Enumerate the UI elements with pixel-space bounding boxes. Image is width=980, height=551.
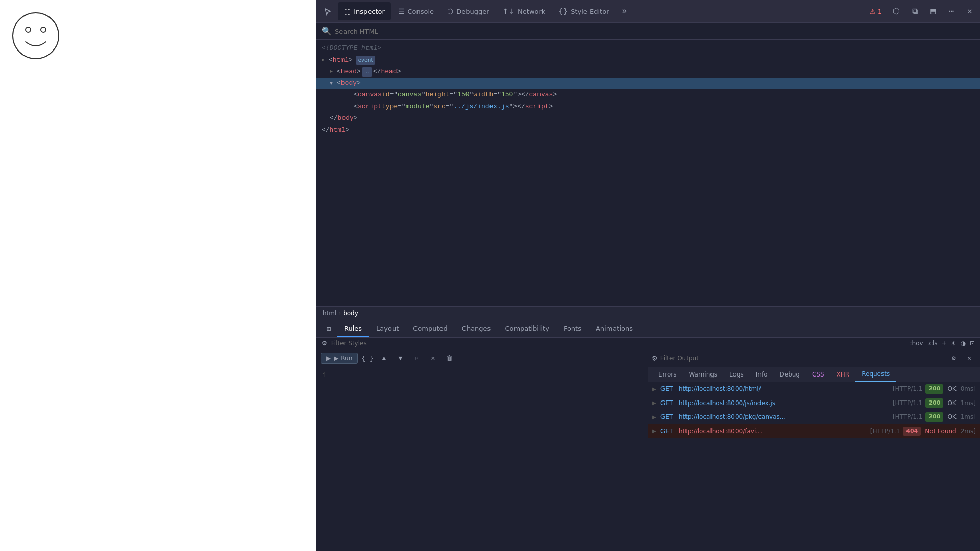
breadcrumb-html[interactable]: html: [323, 310, 336, 317]
row3-time: 2ms]: [961, 427, 976, 436]
toolbar-right: ⚠ 1 ⬡ ⧉ ⬒ ⋯ ✕: [866, 3, 978, 19]
event-badge[interactable]: event: [356, 56, 375, 65]
sidebar-toggle-icon[interactable]: ⊞: [321, 324, 337, 333]
row3-method: GET: [660, 427, 676, 436]
console-tab-requests[interactable]: Requests: [855, 367, 896, 382]
console-tab-css[interactable]: CSS: [806, 368, 830, 381]
row2-protocol: [HTTP/1.1: [893, 412, 923, 421]
console-close-button[interactable]: ✕: [963, 352, 976, 365]
pseudo-hov-button[interactable]: :hov: [910, 340, 923, 347]
network-list: ▶ GET http://localhost:8000/html/ [HTTP/…: [648, 382, 980, 551]
head-ellipsis[interactable]: …: [362, 67, 372, 77]
filter-output-input[interactable]: [660, 355, 944, 362]
style-editor-icon: {}: [558, 7, 568, 15]
css-tabs: ⊞ Rules Layout Computed Changes Compatib…: [316, 320, 980, 338]
console-tab-logs[interactable]: Logs: [723, 368, 750, 381]
css-tab-layout[interactable]: Layout: [369, 320, 406, 337]
zoom-button[interactable]: ⌕: [410, 352, 423, 365]
row3-protocol: [HTTP/1.1: [870, 427, 900, 436]
html-close-html-line[interactable]: </html>: [316, 124, 980, 136]
html-script-line[interactable]: <script type="module" src="../js/index.j…: [316, 101, 980, 113]
row1-expand-icon[interactable]: ▶: [652, 399, 657, 407]
row3-url[interactable]: http://localhost:8000/favi...: [679, 427, 867, 436]
console-tab-warnings[interactable]: Warnings: [683, 368, 724, 381]
pick-element-button[interactable]: [318, 2, 337, 20]
overflow-button[interactable]: »: [616, 3, 632, 19]
run-button[interactable]: ▶ ▶ Run: [321, 353, 358, 364]
expand-html-arrow[interactable]: ▶: [322, 56, 328, 64]
responsive-button[interactable]: ⧉: [906, 3, 923, 19]
pseudo-cls-button[interactable]: .cls: [927, 340, 938, 347]
row2-time: 1ms]: [961, 412, 976, 421]
console-tab-debug[interactable]: Debug: [774, 368, 806, 381]
html-doctype-line[interactable]: <!DOCTYPE html>: [316, 43, 980, 55]
light-mode-button[interactable]: ☀: [951, 340, 957, 347]
tab-console[interactable]: ☰ Console: [392, 2, 440, 20]
html-tag-line[interactable]: ▶ <html> event: [316, 55, 980, 66]
tab-network[interactable]: ↑↓ Network: [497, 2, 552, 20]
html-canvas-line[interactable]: <canvas id="canvas" height="150" width="…: [316, 89, 980, 101]
add-rule-button[interactable]: +: [942, 340, 947, 347]
row0-expand-icon[interactable]: ▶: [652, 385, 657, 393]
css-tab-animations[interactable]: Animations: [589, 320, 640, 337]
expand-head-arrow[interactable]: ▶: [330, 68, 336, 76]
css-tab-fonts[interactable]: Fonts: [556, 320, 589, 337]
nav-down-button[interactable]: ▼: [394, 352, 407, 365]
breadcrumb: html › body: [316, 307, 980, 320]
row0-time: 0ms]: [961, 384, 976, 393]
network-row-2[interactable]: ▶ GET http://localhost:8000/pkg/canvas..…: [648, 410, 980, 424]
expand-body-arrow[interactable]: ▼: [330, 80, 336, 88]
row1-url[interactable]: http://localhost:8000/js/index.js: [679, 398, 890, 408]
html-tree: <!DOCTYPE html> ▶ <html> event ▶ <head> …: [316, 40, 980, 306]
css-tab-rules[interactable]: Rules: [337, 320, 369, 337]
dark-mode-button[interactable]: ◑: [960, 340, 965, 347]
html-body-line[interactable]: ▼ <body>: [316, 78, 980, 89]
html-close-body-line[interactable]: </body>: [316, 113, 980, 124]
css-tab-computed[interactable]: Computed: [406, 320, 455, 337]
close-devtools-button[interactable]: ✕: [962, 3, 978, 19]
row2-expand-icon[interactable]: ▶: [652, 413, 657, 421]
row0-status-badge: 200: [925, 384, 943, 394]
console-filter-bar: ⚙ ⚙ ✕: [648, 349, 980, 367]
screenshot-button[interactable]: ⬡: [888, 3, 904, 19]
row2-status-text: OK: [947, 412, 956, 421]
breadcrumb-body[interactable]: body: [343, 310, 358, 317]
console-panel: ⚙ ⚙ ✕ Errors Warnings Logs Info Debug CS…: [648, 349, 980, 551]
network-row-1[interactable]: ▶ GET http://localhost:8000/js/index.js …: [648, 396, 980, 411]
row1-method: GET: [660, 398, 676, 408]
console-tab-xhr[interactable]: XHR: [830, 368, 856, 381]
devtools-panel: ⬚ Inspector ☰ Console ⬡ Debugger ↑↓ Netw…: [316, 0, 980, 551]
console-toolbar-right: ⚙ ✕: [947, 352, 976, 365]
inspector-icon: ⬚: [344, 7, 351, 15]
tab-debugger[interactable]: ⬡ Debugger: [441, 2, 496, 20]
error-badge[interactable]: ⚠ 1: [866, 7, 886, 16]
network-row-0[interactable]: ▶ GET http://localhost:8000/html/ [HTTP/…: [648, 382, 980, 396]
css-tab-compatibility[interactable]: Compatibility: [498, 320, 556, 337]
search-html-input[interactable]: [335, 28, 975, 35]
row2-url[interactable]: http://localhost:8000/pkg/canvas...: [679, 412, 890, 421]
clear-run-button[interactable]: ✕: [426, 352, 439, 365]
tab-style-editor[interactable]: {} Style Editor: [552, 2, 615, 20]
tab-inspector[interactable]: ⬚ Inspector: [338, 2, 391, 20]
run-toolbar: ▶ ▶ Run { } ▲ ▼ ⌕ ✕ 🗑: [316, 349, 648, 367]
network-row-3[interactable]: ▶ GET http://localhost:8000/favi... [HTT…: [648, 424, 980, 439]
devtools-toolbar: ⬚ Inspector ☰ Console ⬡ Debugger ↑↓ Netw…: [316, 0, 980, 23]
console-tab-errors[interactable]: Errors: [652, 368, 683, 381]
filter-styles-input[interactable]: [331, 340, 906, 347]
trash-button[interactable]: 🗑: [443, 352, 456, 365]
dock-button[interactable]: ⬒: [925, 3, 941, 19]
row0-url[interactable]: http://localhost:8000/html/: [679, 384, 890, 393]
code-editor-area[interactable]: 1: [316, 367, 648, 551]
svg-point-0: [13, 13, 59, 59]
console-tab-info[interactable]: Info: [750, 368, 774, 381]
nav-up-button[interactable]: ▲: [377, 352, 390, 365]
rules-panel: ▶ ▶ Run { } ▲ ▼ ⌕ ✕ 🗑 1: [316, 349, 648, 551]
html-head-line[interactable]: ▶ <head> … </head>: [316, 66, 980, 78]
code-view-button[interactable]: ⊡: [970, 340, 975, 347]
more-options-button[interactable]: ⋯: [943, 3, 960, 19]
row3-expand-icon[interactable]: ▶: [652, 427, 657, 435]
row3-status-badge: 404: [903, 427, 921, 436]
console-settings-button[interactable]: ⚙: [947, 352, 961, 365]
format-button[interactable]: { }: [361, 352, 374, 365]
css-tab-changes[interactable]: Changes: [455, 320, 498, 337]
